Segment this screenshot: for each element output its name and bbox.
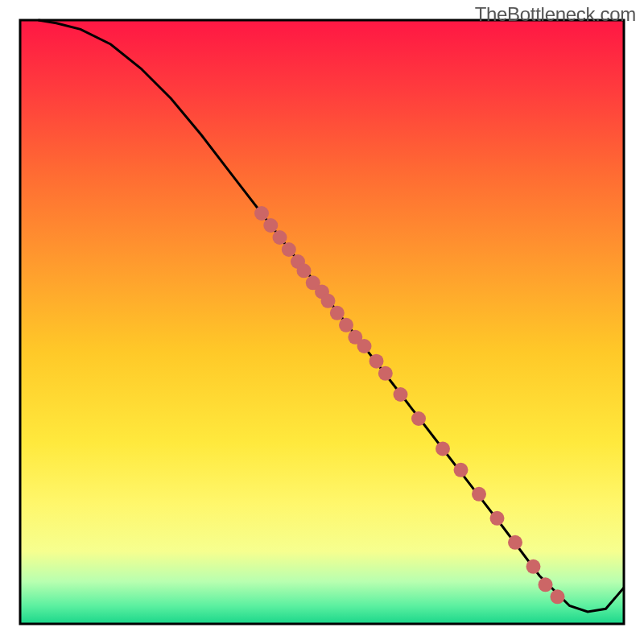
data-point	[436, 442, 450, 456]
data-point	[297, 263, 312, 278]
data-point	[263, 218, 278, 233]
data-point	[378, 366, 393, 381]
data-point	[273, 230, 287, 245]
data-point	[282, 242, 296, 257]
data-point	[321, 294, 336, 308]
data-point	[454, 463, 469, 477]
data-point	[330, 306, 345, 320]
data-point	[508, 535, 522, 550]
data-point	[254, 206, 269, 221]
data-point	[411, 411, 426, 426]
data-point	[526, 559, 541, 574]
data-point	[539, 577, 553, 592]
data-point	[357, 339, 372, 353]
chart-svg	[0, 0, 644, 644]
data-point	[472, 487, 486, 502]
data-point	[490, 511, 505, 526]
data-point	[339, 318, 353, 332]
bottleneck-chart: TheBottleneck.com	[0, 0, 644, 644]
watermark-label: TheBottleneck.com	[475, 3, 636, 26]
data-point	[369, 354, 384, 369]
plot-background	[20, 20, 624, 624]
data-point	[551, 589, 565, 604]
data-point	[394, 387, 408, 402]
